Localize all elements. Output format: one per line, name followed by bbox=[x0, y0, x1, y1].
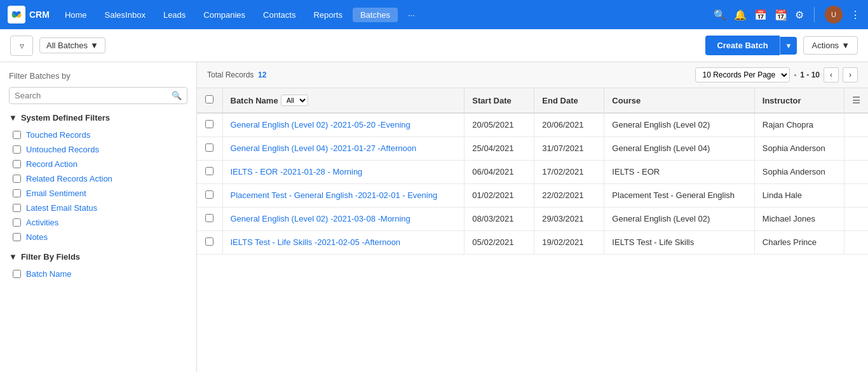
row-batch-name: IELTS Test - Life Skills -2021-02-05 -Af… bbox=[222, 231, 465, 255]
batch-name-link-2[interactable]: IELTS - EOR -2021-01-28 - Morning bbox=[231, 167, 363, 176]
batch-name-link-1[interactable]: General English (Level 04) -2021-01-27 -… bbox=[231, 143, 417, 153]
select-all-checkbox[interactable] bbox=[205, 95, 214, 103]
settings-icon[interactable]: ⚙ bbox=[795, 9, 804, 21]
create-batch-arrow-button[interactable]: ▼ bbox=[780, 37, 797, 55]
row-course: General English (Level 04) bbox=[604, 137, 754, 161]
nav-item-more[interactable]: ··· bbox=[400, 8, 423, 22]
batch-name-link-0[interactable]: General English (Level 02) -2021-05-20 -… bbox=[231, 120, 410, 130]
email-sentiment-label: Email Sentiment bbox=[26, 189, 86, 198]
filter-untouched-records[interactable]: Untouched Records bbox=[9, 142, 187, 157]
prev-page-button[interactable]: ‹ bbox=[824, 67, 839, 83]
calendar-add-icon[interactable]: 📅 bbox=[754, 9, 767, 21]
filter-search-box[interactable]: 🔍 bbox=[9, 87, 187, 104]
field-filters-arrow: ▼ bbox=[9, 252, 17, 262]
latest-email-status-checkbox[interactable] bbox=[13, 204, 21, 212]
row-checkbox-cell bbox=[197, 137, 222, 161]
nav-item-salesinbox[interactable]: SalesInbox bbox=[97, 8, 153, 22]
batches-table: Batch Name All Start Date End Date bbox=[197, 88, 868, 255]
notes-checkbox[interactable] bbox=[13, 233, 21, 241]
batch-name-link-5[interactable]: IELTS Test - Life Skills -2021-02-05 -Af… bbox=[231, 237, 401, 247]
all-batches-label: All Batches bbox=[46, 41, 88, 50]
row-checkbox-2[interactable] bbox=[205, 167, 214, 175]
row-checkbox-cell bbox=[197, 208, 222, 231]
row-start-date: 01/02/2021 bbox=[465, 184, 534, 208]
row-course: IELTS Test - Life Skills bbox=[604, 231, 754, 255]
table-row: IELTS Test - Life Skills -2021-02-05 -Af… bbox=[197, 231, 868, 255]
row-checkbox-4[interactable] bbox=[205, 214, 214, 222]
per-page-select[interactable]: 10 Records Per Page 25 Records Per Page … bbox=[695, 67, 790, 83]
field-filters-title: Filter By Fields bbox=[21, 252, 80, 262]
app-logo[interactable]: CRM bbox=[8, 6, 50, 23]
batch-name-filter-select[interactable]: All bbox=[281, 95, 308, 106]
record-action-checkbox[interactable] bbox=[13, 160, 21, 168]
filter-batch-name[interactable]: Batch Name bbox=[9, 267, 187, 281]
nav-item-reports[interactable]: Reports bbox=[306, 8, 350, 22]
batch-name-checkbox[interactable] bbox=[13, 270, 21, 278]
table-header-row: Batch Name All Start Date End Date bbox=[197, 88, 868, 113]
instructor-column-header: Instructor bbox=[754, 88, 844, 113]
filter-touched-records[interactable]: Touched Records bbox=[9, 128, 187, 142]
nav-item-companies[interactable]: Companies bbox=[196, 8, 253, 22]
instructor-col-label: Instructor bbox=[763, 96, 801, 105]
row-end-date: 31/07/2021 bbox=[534, 137, 604, 161]
nav-item-contacts[interactable]: Contacts bbox=[255, 8, 303, 22]
untouched-records-checkbox[interactable] bbox=[13, 145, 21, 154]
filter-record-action[interactable]: Record Action bbox=[9, 157, 187, 171]
activities-checkbox[interactable] bbox=[13, 218, 21, 227]
filter-notes[interactable]: Notes bbox=[9, 230, 187, 244]
row-checkbox-5[interactable] bbox=[205, 237, 214, 246]
pagination-controls: 10 Records Per Page 25 Records Per Page … bbox=[695, 67, 858, 83]
row-checkbox-cell bbox=[197, 161, 222, 184]
table-row: General English (Level 02) -2021-03-08 -… bbox=[197, 208, 868, 231]
row-start-date: 06/04/2021 bbox=[465, 161, 534, 184]
create-batch-button[interactable]: Create Batch bbox=[705, 36, 779, 55]
search-icon[interactable]: 🔍 bbox=[714, 9, 726, 21]
field-filters-section[interactable]: ▼ Filter By Fields bbox=[9, 252, 187, 262]
main-content: Total Records 12 10 Records Per Page 25 … bbox=[197, 62, 868, 372]
system-filters-section[interactable]: ▼ System Defined Filters bbox=[9, 113, 187, 123]
table-settings-header: ☰ bbox=[844, 88, 869, 113]
row-start-date: 08/03/2021 bbox=[465, 208, 534, 231]
row-settings-cell bbox=[844, 184, 869, 208]
apps-grid-icon[interactable]: ⋮ bbox=[850, 9, 860, 21]
search-icon: 🔍 bbox=[172, 91, 182, 100]
notifications-icon[interactable]: 🔔 bbox=[734, 9, 747, 21]
total-records-label: Total Records bbox=[207, 70, 254, 79]
filter-sidebar: Filter Batches by 🔍 ▼ System Defined Fil… bbox=[0, 62, 197, 372]
actions-chevron-icon: ▼ bbox=[841, 41, 850, 50]
filter-email-sentiment[interactable]: Email Sentiment bbox=[9, 186, 187, 201]
user-avatar[interactable]: U bbox=[825, 6, 843, 23]
touched-records-checkbox[interactable] bbox=[13, 131, 21, 139]
row-settings-cell bbox=[844, 161, 869, 184]
total-records-info: Total Records 12 bbox=[207, 70, 266, 79]
filter-toggle-button[interactable]: ▿ bbox=[10, 36, 33, 56]
next-page-button[interactable]: › bbox=[843, 67, 858, 83]
chevron-down-icon: ▼ bbox=[90, 41, 98, 50]
filter-related-records-action[interactable]: Related Records Action bbox=[9, 171, 187, 186]
course-column-header: Course bbox=[604, 88, 754, 113]
filter-activities[interactable]: Activities bbox=[9, 215, 187, 230]
row-checkbox-cell bbox=[197, 184, 222, 208]
batch-name-link-4[interactable]: General English (Level 02) -2021-03-08 -… bbox=[231, 214, 410, 223]
row-settings-cell bbox=[844, 231, 869, 255]
actions-dropdown[interactable]: Actions ▼ bbox=[803, 36, 858, 55]
search-input[interactable] bbox=[15, 91, 172, 100]
table-row: Placement Test - General English -2021-0… bbox=[197, 184, 868, 208]
all-batches-dropdown[interactable]: All Batches ▼ bbox=[39, 37, 105, 53]
column-settings-icon[interactable]: ☰ bbox=[852, 95, 860, 105]
related-records-action-checkbox[interactable] bbox=[13, 175, 21, 183]
touched-records-label: Touched Records bbox=[26, 130, 90, 140]
nav-item-batches[interactable]: Batches bbox=[353, 8, 398, 22]
row-start-date: 20/05/2021 bbox=[465, 113, 534, 137]
nav-item-home[interactable]: Home bbox=[57, 8, 95, 22]
filter-latest-email-status[interactable]: Latest Email Status bbox=[9, 201, 187, 215]
batch-name-link-3[interactable]: Placement Test - General English -2021-0… bbox=[231, 190, 438, 200]
nav-item-leads[interactable]: Leads bbox=[156, 8, 193, 22]
row-checkbox-3[interactable] bbox=[205, 190, 214, 199]
pagination-dot: • bbox=[794, 71, 796, 79]
calendar-icon[interactable]: 📆 bbox=[775, 9, 787, 21]
row-checkbox-1[interactable] bbox=[205, 143, 214, 152]
email-sentiment-checkbox[interactable] bbox=[13, 189, 21, 197]
row-batch-name: General English (Level 04) -2021-01-27 -… bbox=[222, 137, 465, 161]
row-checkbox-0[interactable] bbox=[205, 120, 214, 128]
